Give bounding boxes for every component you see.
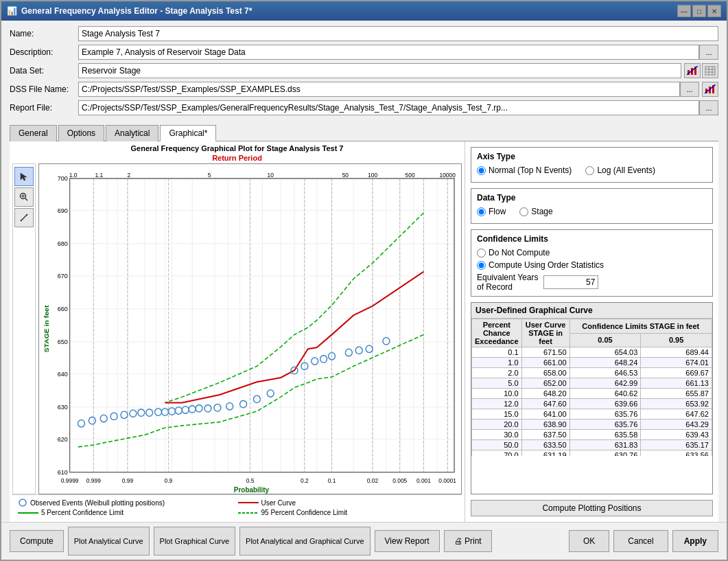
svg-text:0.1: 0.1 (328, 477, 336, 484)
table-row: 15.0641.00635.76647.62 (472, 409, 712, 420)
svg-text:0.99: 0.99 (122, 477, 134, 484)
compute-plotting-button[interactable]: Compute Plotting Positions (471, 500, 713, 516)
equiv-years-label: Equivalent Yearsof Record (477, 273, 538, 292)
svg-text:0.9999: 0.9999 (61, 477, 79, 484)
svg-text:700: 700 (58, 175, 68, 182)
svg-text:0.02: 0.02 (367, 477, 379, 484)
data-type-section: Data Type Flow Stage (471, 188, 713, 224)
plot-both-button[interactable]: Plot Analytical and Graphical Curve (239, 527, 370, 556)
report-browse-button[interactable]: ... (699, 100, 718, 115)
table-row: 30.0637.50635.58639.43 (472, 430, 712, 440)
plot-title: General Frequency Graphical Plot for Sta… (12, 144, 462, 152)
svg-point-136 (19, 499, 26, 506)
description-input[interactable] (78, 45, 699, 60)
user-defined-title: User-Defined Graphical Curve (471, 303, 712, 319)
compute-button[interactable]: Compute (10, 530, 64, 552)
dss-chart-icon[interactable] (702, 82, 718, 97)
svg-text:680: 680 (58, 240, 68, 247)
window-title: General Frequency Analysis Editor - Stag… (21, 6, 252, 16)
dataset-table-icon[interactable] (702, 63, 718, 78)
svg-rect-4 (705, 67, 715, 75)
apply-button[interactable]: Apply (672, 530, 718, 552)
dataset-select[interactable]: Reservoir Stage (78, 63, 681, 78)
tab-graphical[interactable]: Graphical* (160, 125, 216, 141)
table-row: 10.0648.20640.62655.87 (472, 389, 712, 399)
col-conf-header: Confidence Limits STAGE in feet (570, 319, 712, 334)
legend-95pct: 95 Percent Confidence Limit (238, 509, 457, 516)
cancel-button[interactable]: Cancel (613, 530, 668, 552)
axis-log-radio[interactable] (585, 166, 594, 175)
equiv-years-input[interactable] (543, 275, 598, 289)
svg-text:0.5: 0.5 (246, 477, 255, 484)
name-input[interactable] (78, 26, 718, 41)
plot-graphical-button[interactable]: Plot Graphical Curve (154, 527, 236, 556)
svg-line-18 (21, 214, 27, 221)
data-stage-label: Stage (531, 207, 552, 216)
measure-tool-button[interactable] (14, 208, 34, 227)
legend-5pct-label: 5 Percent Confidence Limit (41, 509, 124, 516)
tab-general[interactable]: General (10, 125, 57, 141)
minimize-button[interactable]: — (677, 5, 691, 17)
tab-options[interactable]: Options (58, 125, 104, 141)
svg-text:690: 690 (58, 207, 68, 214)
plot-subtitle: Return Period (12, 154, 462, 162)
svg-text:2: 2 (128, 172, 131, 179)
svg-text:100: 100 (368, 172, 377, 179)
report-input[interactable] (78, 100, 699, 115)
svg-text:0.9: 0.9 (165, 477, 173, 484)
legend-5pct: 5 Percent Confidence Limit (18, 509, 237, 516)
chart-area: STAGE in feet (38, 163, 462, 494)
dss-label: DSS File Name: (10, 84, 78, 94)
dss-browse-button[interactable]: ... (680, 82, 699, 97)
table-row: 1.0661.00648.24674.01 (472, 358, 712, 368)
svg-text:1.1: 1.1 (95, 172, 103, 179)
svg-text:STAGE in feet: STAGE in feet (43, 305, 50, 352)
svg-text:630: 630 (58, 404, 68, 411)
axis-normal-radio[interactable] (477, 166, 486, 175)
tab-analytical[interactable]: Analytical (106, 125, 158, 141)
col-user-header: User Curve STAGE in feet (521, 319, 570, 347)
svg-text:0.2: 0.2 (301, 477, 309, 484)
select-tool-button[interactable] (14, 167, 34, 186)
axis-log-label: Log (All Events) (597, 165, 655, 175)
conf-do-not-radio[interactable] (477, 249, 486, 257)
svg-text:660: 660 (58, 306, 68, 312)
report-label: Report File: (10, 103, 78, 113)
col-pct-header: Percent Chance Exceedance (472, 319, 522, 347)
table-row: 70.0631.19630.76633.56 (472, 450, 712, 457)
svg-text:10000: 10000 (439, 172, 456, 179)
print-button[interactable]: 🖨 Print (444, 530, 492, 552)
svg-text:640: 640 (58, 371, 68, 378)
svg-text:5: 5 (208, 172, 211, 179)
table-row: 2.0658.00646.53669.67 (472, 368, 712, 378)
user-curve-table-scroll[interactable]: Percent Chance Exceedance User Curve STA… (471, 319, 712, 456)
svg-text:0.0001: 0.0001 (438, 477, 456, 484)
ok-button[interactable]: OK (569, 530, 609, 552)
axis-normal-label: Normal (Top N Events) (489, 165, 572, 175)
conf-order-radio[interactable] (477, 261, 486, 270)
table-row: 0.1671.50654.03689.44 (472, 347, 712, 358)
axis-type-section: Axis Type Normal (Top N Events) Log (All… (471, 147, 713, 183)
maximize-button[interactable]: □ (692, 5, 706, 17)
svg-text:0.999: 0.999 (86, 477, 101, 484)
svg-text:10: 10 (268, 172, 274, 179)
svg-text:50: 50 (342, 172, 349, 179)
view-report-button[interactable]: View Report (375, 530, 440, 552)
dataset-chart-icon[interactable] (684, 63, 701, 78)
data-flow-radio[interactable] (477, 207, 486, 216)
confidence-title: Confidence Limits (477, 234, 707, 244)
zoom-tool-button[interactable] (14, 187, 34, 207)
dss-input[interactable] (78, 82, 680, 97)
svg-text:1.0: 1.0 (69, 172, 78, 179)
description-browse-button[interactable]: ... (699, 45, 718, 60)
data-stage-radio[interactable] (519, 207, 528, 216)
svg-text:610: 610 (58, 469, 68, 476)
svg-line-15 (25, 198, 28, 201)
svg-marker-13 (21, 173, 27, 181)
data-flow-label: Flow (489, 207, 506, 216)
close-button[interactable]: ✕ (707, 5, 721, 17)
table-row: 50.0633.50631.83635.17 (472, 440, 712, 450)
plot-analytical-button[interactable]: Plot Analytical Curve (68, 527, 150, 556)
table-row: 5.0652.00642.99661.13 (472, 378, 712, 389)
axis-type-title: Axis Type (477, 152, 707, 161)
